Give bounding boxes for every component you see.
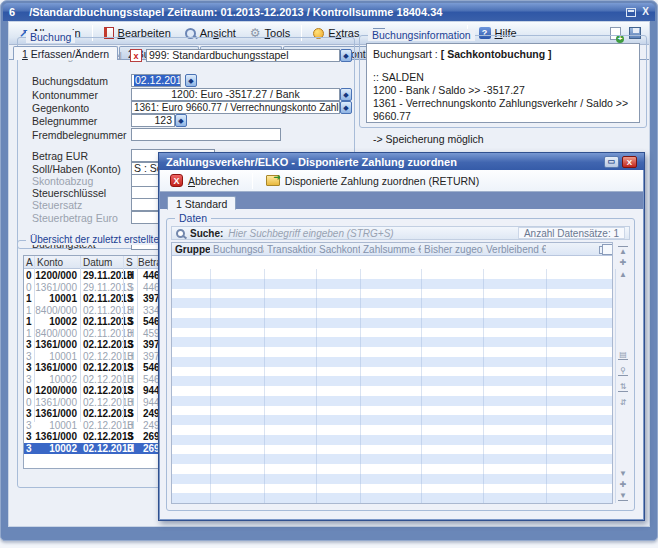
col-gruppe[interactable]: Gruppe xyxy=(172,243,210,256)
dialog-close-icon[interactable]: X xyxy=(622,156,637,168)
buchungsschluessel-dropdown-icon[interactable]: ◆ xyxy=(340,49,352,62)
cell-s: H xyxy=(124,420,137,432)
record-count: Anzahl Datensätze: 1 xyxy=(518,227,625,239)
cell-datum: 02.11.2013 xyxy=(83,305,127,317)
cell-datum: 02.12.2013 xyxy=(83,408,127,420)
belegnummer-label: Belegnummer xyxy=(32,115,97,127)
assign-payment-icon xyxy=(266,175,280,186)
dialog-titlebar[interactable]: Zahlungsverkehr/ELKO - Disponierte Zahlu… xyxy=(159,153,644,170)
cell-s: S xyxy=(124,293,137,305)
col-konto[interactable]: Konto xyxy=(37,257,63,268)
col-sachkonto[interactable]: Sachkonto xyxy=(316,243,360,256)
cell-datum: 02.12.2013 xyxy=(83,397,127,409)
buchungsinformation-legend: Buchungsinformation xyxy=(368,29,475,41)
cell-konto: 10001 xyxy=(35,351,77,363)
cell-konto: 10002 xyxy=(35,374,77,386)
cell-datum: 02.12.2013 xyxy=(83,443,127,455)
col-datum[interactable]: Datum xyxy=(83,257,112,268)
clear-field-icon[interactable]: x xyxy=(130,49,142,62)
cell-datum: 02.12.2013 xyxy=(83,431,127,443)
cell-datum: 02.11.2013 xyxy=(83,293,127,305)
cell-s: S xyxy=(124,431,137,443)
columns-icon[interactable]: ▤ xyxy=(618,350,628,360)
gegenkonto-select[interactable]: 1361: Euro 9660.77 / Verrechnungskonto Z… xyxy=(131,101,340,114)
search-tool-icon[interactable]: ⚲ xyxy=(618,366,628,376)
sort-asc-icon[interactable]: ⇅ xyxy=(618,382,628,392)
buchungsart-value: [ Sachkontobuchung ] xyxy=(441,48,552,60)
tab-1[interactable]: 1 Erfassen/Ändern xyxy=(13,46,118,60)
cell-konto: 10002 xyxy=(35,443,77,455)
cell-s: H xyxy=(124,397,137,409)
col-transaktion[interactable]: Transaktion xyxy=(264,243,316,256)
cancel-icon: X xyxy=(170,174,183,187)
sort-desc-icon[interactable]: ⇵ xyxy=(618,398,628,407)
table-side-controls: ▲ ✚ ▲ ▤ ⚲ ⇅ ⇵ ▼ ✚ ▼ xyxy=(615,242,631,504)
cell-s: S xyxy=(124,408,137,420)
restore-icon[interactable] xyxy=(626,8,636,17)
buchungsdatum-label: Buchungsdatum xyxy=(32,75,108,87)
cell-konto: 1361/000 xyxy=(35,282,77,294)
scroll-down-icon[interactable]: ▼ xyxy=(618,469,628,478)
fremdbelegnummer-input[interactable] xyxy=(131,128,281,141)
payments-table: Gruppe Buchungsdatum Transaktion Sachkon… xyxy=(171,242,613,504)
col-filler xyxy=(546,243,595,256)
search-icon xyxy=(176,229,185,238)
buchungsschluessel-select[interactable]: 999: Standardbuchungsstapel xyxy=(146,49,340,62)
close-icon[interactable]: X xyxy=(642,7,649,17)
cell-datum: 29.11.2013 xyxy=(83,270,127,282)
cell-konto: 1361/000 xyxy=(35,339,77,351)
copy-grid-icon[interactable] xyxy=(595,243,612,256)
cell-konto: 10001 xyxy=(35,420,77,432)
buchungsdatum-spinner-icon[interactable]: ◆ xyxy=(185,74,197,87)
cell-s: H xyxy=(124,305,137,317)
search-label: Suche: xyxy=(190,228,223,239)
cell-datum: 02.12.2013 xyxy=(83,374,127,386)
scroll-first-icon[interactable]: ▲ xyxy=(618,246,628,256)
gegenkonto-dropdown-icon[interactable]: ◆ xyxy=(340,101,352,114)
tab-standard[interactable]: 1 Standard xyxy=(167,196,236,210)
kontonummer-dropdown-icon[interactable]: ◆ xyxy=(340,88,352,101)
kontonummer-label: Kontonummer xyxy=(32,89,98,101)
col-buchungsdatum[interactable]: Buchungsdatum xyxy=(210,243,264,256)
col-s[interactable]: S xyxy=(126,257,133,268)
cell-s: H xyxy=(124,374,137,386)
empty-row[interactable] xyxy=(172,503,612,513)
search-placeholder[interactable]: Hier Suchbegriff eingeben (STRG+S) xyxy=(228,228,393,239)
window-number: 6 xyxy=(9,6,15,18)
add2-icon[interactable]: ✚ xyxy=(618,480,628,489)
cell-konto: 1361/000 xyxy=(35,408,77,420)
payments-header[interactable]: Gruppe Buchungsdatum Transaktion Sachkon… xyxy=(172,243,612,256)
cell-s: S xyxy=(124,316,137,328)
cell-konto: 1200/000 xyxy=(35,385,77,397)
buchungsdatum-input[interactable]: 02.12.2013 xyxy=(131,74,181,87)
cell-datum: 02.11.2013 xyxy=(83,316,127,328)
search-bar[interactable]: Suche: Hier Suchbegriff eingeben (STRG+S… xyxy=(171,226,630,240)
dialog-body: Daten Suche: Hier Suchbegriff eingeben (… xyxy=(160,209,643,519)
cell-konto: 1361/000 xyxy=(35,431,77,443)
gegenkonto-label: Gegenkonto xyxy=(32,102,89,114)
minimize-icon[interactable]: ▭ xyxy=(604,156,619,168)
cell-konto: 10002 xyxy=(35,316,77,328)
scroll-last-icon[interactable]: ▼ xyxy=(618,491,628,501)
col-bisher-zugeordnet[interactable]: Bisher zugeordnet xyxy=(421,243,483,256)
col-zahlsumme[interactable]: Zahlsumme € xyxy=(360,243,421,256)
add-icon[interactable]: ✚ xyxy=(618,258,628,267)
assign-payment-label: Disponierte Zahlung zuordnen (RETURN) xyxy=(285,175,479,187)
belegnummer-input[interactable]: 123 xyxy=(131,114,175,127)
window-title: /Standardbuchungsstapel Zeitraum: 01.201… xyxy=(29,6,442,18)
col-a[interactable]: A xyxy=(26,257,33,268)
cell-s: S xyxy=(124,362,137,374)
toolbar-separator xyxy=(252,173,253,189)
kontonummer-select[interactable]: 1200: Euro -3517.27 / Bank xyxy=(131,88,340,101)
cell-datum: 02.12.2013 xyxy=(83,362,127,374)
cell-datum: 02.11.2013 xyxy=(83,328,127,340)
scroll-up-icon[interactable]: ▲ xyxy=(618,270,628,279)
screen: 6 /Standardbuchungsstapel Zeitraum: 01.2… xyxy=(0,0,658,548)
col-verbleibend[interactable]: Verbleibend € xyxy=(483,243,546,256)
assign-payment-button[interactable]: Disponierte Zahlung zuordnen (RETURN) xyxy=(262,173,483,189)
cell-konto: 1361/000 xyxy=(35,362,77,374)
belegnummer-spinner-icon[interactable]: ◆ xyxy=(175,114,187,127)
dialog-window: Zahlungsverkehr/ELKO - Disponierte Zahlu… xyxy=(158,152,645,521)
main-titlebar[interactable]: 6 /Standardbuchungsstapel Zeitraum: 01.2… xyxy=(3,3,655,21)
cancel-button[interactable]: X Abbrechen xyxy=(166,172,243,189)
